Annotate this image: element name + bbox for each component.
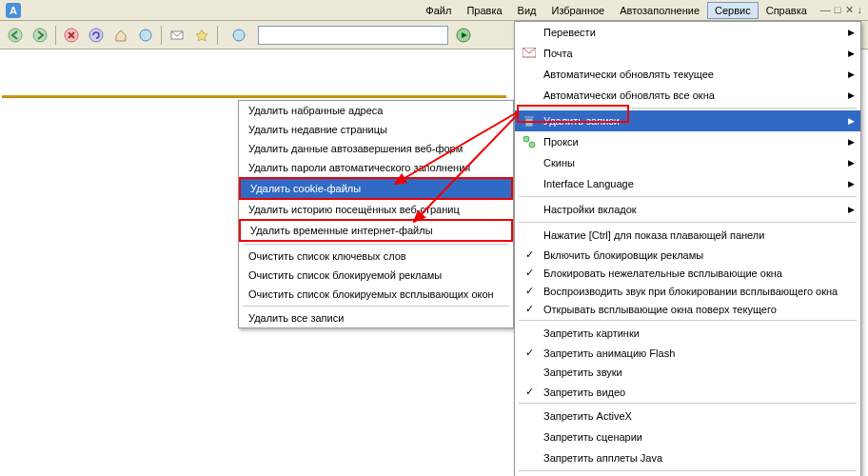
svg-text:A: A <box>10 5 17 16</box>
stop-button[interactable] <box>60 24 83 47</box>
menu-item-label: Открывать всплывающие окна поверх текуще… <box>543 304 845 315</box>
back-button[interactable] <box>4 24 27 47</box>
delete-records-submenu: Удалить набранные адресаУдалить недавние… <box>238 100 514 328</box>
forward-button[interactable] <box>29 24 51 47</box>
svg-rect-12 <box>524 116 534 118</box>
blank-icon <box>521 176 538 191</box>
mail-button[interactable] <box>166 24 188 47</box>
fav-button[interactable] <box>190 24 213 47</box>
menu-item[interactable]: ✓Воспроизводить звук при блокировании вс… <box>515 282 860 300</box>
submenu-item[interactable]: Удалить cookie-файлы <box>239 177 513 200</box>
mail-icon <box>521 46 538 61</box>
svg-rect-11 <box>525 118 533 127</box>
menu-item-label: Включить блокировщик рекламы <box>543 249 845 261</box>
menu-item-label: Запретить видео <box>543 387 845 398</box>
menu-item[interactable]: Удалить записи▶ <box>515 110 860 131</box>
trash-icon <box>521 113 538 129</box>
submenu-arrow-icon: ▶ <box>845 158 855 168</box>
submenu-item[interactable]: Очистить список блокируемой рекламы <box>239 266 513 285</box>
menu-item[interactable]: Автоматически обновлять все окна▶ <box>515 85 860 106</box>
svg-point-2 <box>9 29 22 42</box>
submenu-arrow-icon: ▶ <box>845 137 855 147</box>
menu-item-label: Запретить ActiveX <box>543 410 845 422</box>
menu-item[interactable]: Прокси▶ <box>515 131 860 152</box>
window-controls[interactable]: — □ ✕ ↓ <box>820 4 862 16</box>
menu-item[interactable]: ✓Включить блокировщик рекламы <box>515 246 860 264</box>
submenu-item[interactable]: Очистить список блокируемых всплывающих … <box>239 285 513 304</box>
menu-вид[interactable]: Вид <box>510 2 544 19</box>
submenu-item[interactable]: Удалить пароли автоматического заполнени… <box>239 158 513 177</box>
menu-item-label: Запретить картинки <box>543 327 845 339</box>
menu-автозаполнение[interactable]: Автозаполнение <box>612 2 707 19</box>
menu-справка[interactable]: Справка <box>759 2 815 19</box>
svg-point-13 <box>523 136 529 142</box>
submenu-arrow-icon: ▶ <box>845 116 855 126</box>
blank-icon <box>521 67 538 82</box>
blank-icon <box>521 155 538 170</box>
menu-item[interactable]: ✓Запретить видео <box>515 383 860 401</box>
address-input[interactable] <box>258 26 448 45</box>
menu-item[interactable]: Нажатие [Ctrl] для показа плавающей пане… <box>515 225 860 246</box>
menu-правка[interactable]: Правка <box>459 2 509 19</box>
menu-item[interactable]: Запретить ActiveX <box>515 406 860 426</box>
menu-item-label: Удалить записи <box>543 115 845 127</box>
menu-сервис[interactable]: Сервис <box>707 2 759 19</box>
globe-button[interactable] <box>134 24 157 47</box>
menu-item[interactable]: ✓Запретить анимацию Flash <box>515 344 860 362</box>
svg-point-5 <box>89 29 103 42</box>
menu-item[interactable]: Скины▶ <box>515 152 860 173</box>
refresh-button[interactable] <box>85 24 108 47</box>
menu-item[interactable]: Автоматически обновлять текущее▶ <box>515 64 860 85</box>
menu-item-label: Прокси <box>543 136 845 148</box>
submenu-item[interactable]: Очистить список ключевых слов <box>239 247 513 266</box>
svg-point-6 <box>140 30 151 41</box>
blank-icon <box>521 408 538 424</box>
menu-item-label: Настройки вкладок <box>543 204 845 215</box>
svg-point-8 <box>233 30 245 41</box>
check-icon: ✓ <box>521 285 538 297</box>
submenu-item[interactable]: Удалить набранные адреса <box>239 101 513 120</box>
blank-icon <box>521 365 538 380</box>
menu-item-label: Автоматически обновлять все окна <box>543 89 845 101</box>
submenu-item[interactable]: Удалить историю посещённых веб-страниц <box>239 200 513 219</box>
submenu-arrow-icon: ▶ <box>845 179 855 188</box>
menu-item[interactable]: Настройки вкладок▶ <box>515 199 860 220</box>
check-icon: ✓ <box>521 303 538 315</box>
menubar: A ФайлПравкаВидИзбранноеАвтозаполнениеСе… <box>0 0 868 21</box>
submenu-item[interactable]: Удалить недавние страницы <box>239 120 513 139</box>
home-button[interactable] <box>109 24 132 47</box>
menu-item[interactable]: Запретить звуки <box>515 362 860 383</box>
check-icon: ✓ <box>521 347 538 359</box>
menu-избранное[interactable]: Избранное <box>543 2 612 19</box>
menu-item-label: Перевести <box>543 27 845 38</box>
menu-файл[interactable]: Файл <box>418 2 459 19</box>
menu-item[interactable]: ✓Блокировать нежелательные всплывающие о… <box>515 264 860 282</box>
menu-item[interactable]: Запретить картинки <box>515 323 860 344</box>
submenu-item[interactable]: Удалить временные интернет-файлы <box>239 219 513 242</box>
menu-item[interactable]: Перевести▶ <box>515 22 860 43</box>
check-icon: ✓ <box>521 386 538 398</box>
menu-item[interactable]: ✓Открывать всплывающие окна поверх текущ… <box>515 300 860 318</box>
menu-item-label: Запретить анимацию Flash <box>543 347 845 359</box>
close-icon[interactable]: ✕ <box>845 4 854 16</box>
go-button[interactable] <box>452 24 475 47</box>
menu-item-label: Скины <box>543 157 845 169</box>
menu-item[interactable]: Запретить апплеты Java <box>515 447 860 468</box>
dropdown-icon[interactable]: ↓ <box>858 4 863 16</box>
submenu-item[interactable]: Удалить данные автозавершения веб-форм <box>239 139 513 158</box>
maximize-icon[interactable]: □ <box>835 4 841 16</box>
menu-item[interactable]: Почта▶ <box>515 43 860 64</box>
minimize-icon[interactable]: — <box>820 4 831 16</box>
menu-item[interactable]: Interface Language▶ <box>515 173 860 194</box>
blank-icon <box>521 202 538 217</box>
menu-item[interactable]: Запретить сценарии <box>515 426 860 447</box>
menu-item-label: Почта <box>543 48 845 59</box>
blank-icon <box>521 228 538 243</box>
submenu-arrow-icon: ▶ <box>845 69 855 79</box>
address-icon <box>227 24 250 47</box>
check-icon: ✓ <box>521 267 538 279</box>
submenu-item[interactable]: Удалить все записи <box>239 308 513 327</box>
blank-icon <box>521 88 538 103</box>
menu-item-label: Блокировать нежелательные всплывающие ок… <box>543 268 845 279</box>
menu-item-label: Запретить апплеты Java <box>543 452 845 464</box>
